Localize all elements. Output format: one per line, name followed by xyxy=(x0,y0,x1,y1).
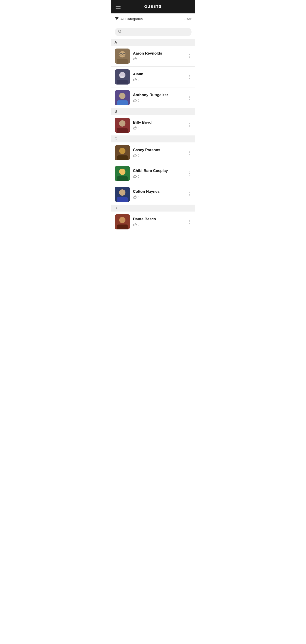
guest-likes: 0 xyxy=(133,154,184,158)
svg-point-21 xyxy=(119,168,125,175)
guest-likes: 0 xyxy=(133,78,184,82)
guest-likes: 0 xyxy=(133,57,184,61)
guest-name: Casey Parsons xyxy=(133,148,184,152)
guest-info-casey: Casey Parsons 0 xyxy=(133,148,184,158)
guest-name: Aislin xyxy=(133,72,184,76)
guest-item-casey-parsons[interactable]: Casey Parsons 0 xyxy=(111,142,195,163)
guest-name: Anthony Ruttgaizer xyxy=(133,93,184,97)
search-container xyxy=(111,25,195,39)
svg-point-18 xyxy=(119,148,125,154)
guest-name: Chibi Bara Cosplay xyxy=(133,168,184,173)
page-title: GUESTS xyxy=(144,5,162,9)
guest-name: Colton Haynes xyxy=(133,190,184,194)
guest-item-aislin[interactable]: Aislin 0 xyxy=(111,67,195,88)
like-icon xyxy=(133,223,137,227)
like-count: 0 xyxy=(138,78,139,82)
like-icon xyxy=(133,126,137,130)
section-header-d: D xyxy=(111,205,195,212)
svg-point-12 xyxy=(119,93,125,99)
menu-icon[interactable] xyxy=(116,5,120,8)
avatar-chibi xyxy=(115,166,130,181)
like-count: 0 xyxy=(138,223,139,226)
more-menu-colton[interactable] xyxy=(187,192,192,197)
like-count: 0 xyxy=(138,154,139,158)
guest-info-anthony: Anthony Ruttgaizer 0 xyxy=(133,93,184,103)
avatar-aaron-reynolds xyxy=(115,48,130,64)
filter-bar: All Categories Filter xyxy=(111,14,195,25)
search-input-wrapper xyxy=(115,28,192,36)
svg-rect-16 xyxy=(117,128,128,133)
section-header-c: C xyxy=(111,136,195,142)
guest-info-aislin: Aislin 0 xyxy=(133,72,184,82)
search-icon xyxy=(118,30,122,34)
like-count: 0 xyxy=(138,99,139,102)
guest-info-aaron-reynolds: Aaron Reynolds 0 xyxy=(133,51,184,61)
guest-name: Dante Basco xyxy=(133,217,184,222)
guest-info-colton: Colton Haynes 0 xyxy=(133,190,184,200)
like-icon xyxy=(133,98,137,103)
svg-point-15 xyxy=(119,120,125,126)
guest-info-billy: Billy Boyd 0 xyxy=(133,120,184,130)
filter-categories-label: All Categories xyxy=(120,17,143,21)
guest-item-aaron-reynolds[interactable]: Aaron Reynolds 0 xyxy=(111,46,195,67)
like-icon xyxy=(133,57,137,61)
section-header-b: B xyxy=(111,108,195,115)
more-menu-casey[interactable] xyxy=(187,150,192,156)
svg-rect-19 xyxy=(117,156,128,160)
guest-info-chibi: Chibi Bara Cosplay 0 xyxy=(133,168,184,179)
app-header: GUESTS xyxy=(111,0,195,14)
guest-info-dante: Dante Basco 0 xyxy=(133,217,184,227)
avatar-billy xyxy=(115,118,130,133)
search-input[interactable] xyxy=(124,30,188,34)
svg-rect-10 xyxy=(117,80,128,84)
like-icon xyxy=(133,154,137,158)
guest-item-dante-basco[interactable]: Dante Basco 0 xyxy=(111,212,195,232)
svg-line-1 xyxy=(120,32,121,33)
guest-likes: 0 xyxy=(133,126,184,130)
svg-rect-28 xyxy=(117,224,128,230)
avatar-dante xyxy=(115,214,130,230)
svg-rect-22 xyxy=(117,176,128,181)
more-menu-billy[interactable] xyxy=(187,122,192,128)
guest-item-chibi-bara[interactable]: Chibi Bara Cosplay 0 xyxy=(111,163,195,184)
like-icon xyxy=(133,195,137,200)
svg-point-24 xyxy=(119,190,125,196)
like-icon xyxy=(133,78,137,82)
svg-rect-13 xyxy=(117,100,128,105)
section-header-a: A xyxy=(111,39,195,46)
svg-rect-25 xyxy=(117,197,128,202)
guest-likes: 0 xyxy=(133,195,184,200)
more-menu-aislin[interactable] xyxy=(187,74,192,80)
guest-item-colton-haynes[interactable]: Colton Haynes 0 xyxy=(111,184,195,205)
guest-likes: 0 xyxy=(133,174,184,179)
avatar-colton xyxy=(115,187,130,202)
filter-button[interactable]: Filter xyxy=(184,17,192,21)
avatar-anthony xyxy=(115,90,130,105)
guest-name: Billy Boyd xyxy=(133,120,184,125)
filter-left: All Categories xyxy=(115,16,143,22)
guest-likes: 0 xyxy=(133,98,184,103)
like-count: 0 xyxy=(138,196,139,199)
svg-point-27 xyxy=(119,217,125,223)
more-menu-chibi[interactable] xyxy=(187,170,192,176)
more-menu-anthony[interactable] xyxy=(187,95,192,100)
avatar-casey xyxy=(115,145,130,160)
guest-likes: 0 xyxy=(133,223,184,227)
like-count: 0 xyxy=(138,126,139,130)
svg-rect-4 xyxy=(117,59,128,64)
avatar-aislin xyxy=(115,69,130,84)
like-count: 0 xyxy=(138,57,139,61)
guest-item-billy-boyd[interactable]: Billy Boyd 0 xyxy=(111,115,195,136)
guest-name: Aaron Reynolds xyxy=(133,51,184,56)
like-icon xyxy=(133,174,137,179)
more-menu-dante[interactable] xyxy=(187,219,192,225)
guest-item-anthony-ruttgaizer[interactable]: Anthony Ruttgaizer 0 xyxy=(111,88,195,108)
more-menu-aaron[interactable] xyxy=(187,53,192,59)
like-count: 0 xyxy=(138,175,139,178)
filter-icon xyxy=(115,16,119,22)
